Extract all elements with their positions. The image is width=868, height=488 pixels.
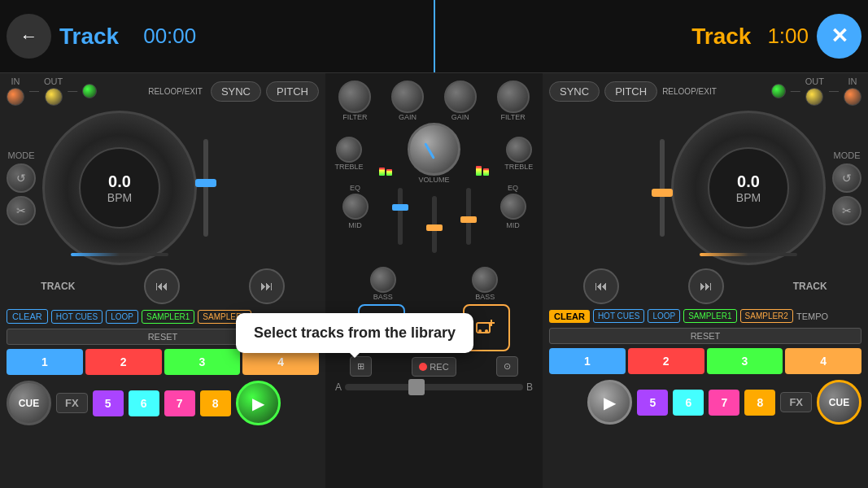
loop-tab-right[interactable]: LOOP [648,309,680,323]
pitch-slider-right[interactable] [660,131,665,245]
bass-knob-left[interactable] [370,267,396,293]
sampler2-tab-right[interactable]: SAMPLER2 [740,309,793,323]
master-fader[interactable] [432,192,437,257]
back-button[interactable]: ← [7,14,51,59]
in-knob-right[interactable] [844,88,861,106]
turntable-inner-left: 0.0 BPM [79,147,160,229]
channel-fader-left[interactable] [398,184,403,249]
sampler1-tab-left[interactable]: SAMPLER1 [142,310,194,324]
pitch-btn-right[interactable]: PITCH [604,81,657,102]
bpm-label-right: BPM [736,191,761,204]
hc-btn-3-left[interactable]: 3 [164,349,241,375]
hotcues-tab-left[interactable]: HOT CUES [51,310,103,324]
filter-knob-left[interactable] [338,81,371,113]
sync-btn-left[interactable]: SYNC [211,81,261,102]
target-btn[interactable]: ⊙ [496,356,518,377]
treble-knob-left[interactable] [336,137,362,163]
mode-label-left: MODE [8,150,35,160]
tooltip: Select tracks from the library [236,313,473,353]
hc-btn-6-right[interactable]: 6 [673,390,704,416]
clear-btn-right[interactable]: CLEAR [549,310,590,323]
crossfader-a-label: A [335,381,342,393]
filter-label-left: FILTER [342,113,367,121]
fx-btn-right[interactable]: FX [780,392,812,412]
cue-btn-left[interactable]: CUE [7,381,51,425]
hc-btn-8-right[interactable]: 8 [744,390,775,416]
play-btn-left[interactable]: ▶ [236,381,281,425]
bass-label-left: BASS [373,293,393,301]
pitch-btn-left[interactable]: PITCH [266,81,319,102]
hc-btn-6-left[interactable]: 6 [129,390,159,416]
filter-knob-right[interactable] [497,81,530,113]
sampler1-tab-right[interactable]: SAMPLER1 [683,309,736,323]
mode-btn-1-left[interactable]: ↺ [7,163,36,193]
rec-btn[interactable]: REC [412,357,456,377]
mode-btn-1-right[interactable]: ↺ [832,163,861,193]
bpm-value-right: 0.0 [737,172,760,191]
pitch-handle-left [195,179,216,187]
bass-knob-right[interactable] [472,267,498,293]
dj-area: IN — OUT — RELOOP/EXIT SYNC PITCH MODE ↺… [0,73,868,488]
clear-btn-left[interactable]: CLEAR [7,309,48,324]
hc-btn-3-right[interactable]: 3 [707,348,783,374]
hc-btn-5-right[interactable]: 5 [637,390,668,416]
close-button[interactable]: ✕ [817,14,861,59]
turntable-right[interactable]: 0.0 BPM [671,111,826,265]
hc-btn-5-left[interactable]: 5 [93,390,124,416]
filter-label-right: FILTER [500,113,525,121]
hc-btn-1-right[interactable]: 1 [549,348,626,374]
crossfader[interactable] [345,384,523,390]
hc-btn-7-right[interactable]: 7 [709,390,739,416]
prev-track-btn-right[interactable]: ⏮ [583,268,619,304]
hc-btn-2-right[interactable]: 2 [628,348,704,374]
next-track-btn-left[interactable]: ⏭ [249,268,285,304]
track-label-left: Track [59,24,119,50]
pitch-slider-left[interactable] [203,131,208,245]
reset-btn-right[interactable]: RESET [549,328,861,344]
mid-label-left: MID [348,221,362,229]
mid-knob-left[interactable] [342,194,369,220]
time-left: 00:00 [143,24,196,49]
vu-left [379,131,392,176]
play-btn-right[interactable]: ▶ [587,380,632,425]
hc-btn-7-left[interactable]: 7 [164,390,195,416]
volume-label: VOLUME [418,176,449,184]
gain-knob-left[interactable] [391,81,424,113]
bass-label-right: BASS [475,293,495,301]
hc-btn-1-left[interactable]: 1 [7,349,83,375]
time-right: 1:00 [767,24,809,49]
volume-knob[interactable] [408,123,460,176]
music-add-icon-right [475,316,498,339]
track-label-right: Track [691,24,751,50]
waveform-left [71,253,168,256]
hc-btn-4-right[interactable]: 4 [785,348,861,374]
bpm-label-left: BPM [107,191,132,204]
in-label-right: IN [848,76,857,86]
sync-btn-right[interactable]: SYNC [549,81,600,102]
vu-right [476,131,489,176]
cue-btn-right[interactable]: CUE [817,380,861,425]
prev-track-btn-left[interactable]: ⏮ [144,268,180,304]
hc-btn-8-left[interactable]: 8 [200,390,231,416]
hc-btn-2-left[interactable]: 2 [85,349,162,375]
out-knob-left[interactable] [45,88,63,106]
gain-knob-right[interactable] [444,81,477,113]
hotcues-tab-right[interactable]: HOT CUES [593,309,645,323]
out-knob-right[interactable] [805,88,823,106]
treble-knob-right[interactable] [506,137,532,163]
track-label-sm-left: TRACK [41,281,75,292]
mid-knob-right[interactable] [500,194,526,220]
in-knob-left[interactable] [7,88,24,106]
next-track-btn-right[interactable]: ⏭ [688,268,724,304]
turntable-left[interactable]: 0.0 BPM [42,111,197,265]
mode-btn-2-left[interactable]: ✂ [7,196,36,225]
loop-tab-left[interactable]: LOOP [106,310,138,324]
top-bar: ← Track 00:00 Track 1:00 ✕ [0,0,868,73]
mode-btn-2-right[interactable]: ✂ [832,196,861,225]
mixer: FILTER GAIN GAIN FILTER TREBLE [325,73,543,488]
channel-fader-right[interactable] [466,184,471,249]
in-label-left: IN [11,76,20,86]
fx-btn-left[interactable]: FX [56,393,88,413]
svg-point-6 [478,329,482,333]
turntable-inner-right: 0.0 BPM [708,147,789,229]
